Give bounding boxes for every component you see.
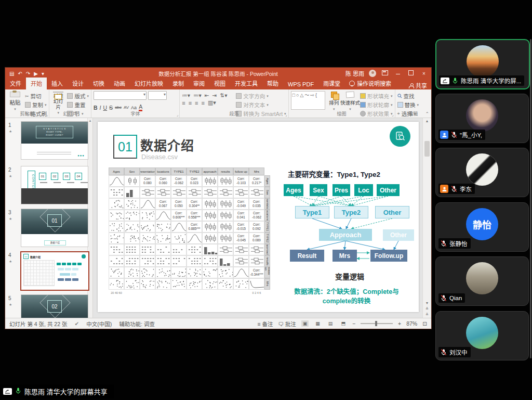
quick-access-toolbar[interactable]: ▤ ↶ ↷ ▶ ▾ <box>9 71 44 76</box>
ribbon-tab-雨课堂[interactable]: 雨课堂 <box>318 78 345 89</box>
outdent-icon[interactable]: ⇤ <box>205 92 209 98</box>
slide-thumbnail-1[interactable]: S T A T I S T I C SRIGHT TYPE,RIGHT CURE… <box>21 121 88 160</box>
slideshow-view-icon[interactable]: ⬒ <box>339 320 347 327</box>
slide-sorter-view-icon[interactable]: ▦ <box>314 320 322 327</box>
collapse-ribbon-icon[interactable]: ⌃ <box>425 111 429 117</box>
shapes-gallery[interactable]: □○△〜⇨{ <box>291 91 326 110</box>
font-style-button-U[interactable]: U <box>103 105 108 111</box>
font-style-button-S[interactable]: S <box>109 105 113 111</box>
font-style-button-AV[interactable]: AV <box>124 105 129 110</box>
save-icon[interactable]: ▤ <box>9 71 14 76</box>
participant-tile-2[interactable]: "馬_小Y, <box>435 94 529 143</box>
cut-button[interactable]: ✂剪切 <box>25 92 47 100</box>
font-style-button-I[interactable]: I <box>100 105 101 111</box>
scroll-down-icon[interactable]: ▼ <box>423 301 431 305</box>
ribbon-tab-视图[interactable]: 视图 <box>209 78 230 89</box>
slide-thumbnail-2[interactable]: CONTENTS01020304 <box>21 166 88 204</box>
dialog-launcher-icon[interactable]: ⌟ <box>285 113 287 117</box>
comments-button[interactable]: 🗨 批注 <box>278 320 296 328</box>
new-slide-button[interactable]: 新建幻灯片▾ <box>51 91 65 111</box>
shape-outline-button[interactable]: 形状轮廓▾ <box>360 101 393 109</box>
dialog-launcher-icon[interactable]: ⌟ <box>392 113 393 117</box>
ribbon-display-icon[interactable] <box>381 70 389 76</box>
ribbon-tab-审阅[interactable]: 审阅 <box>189 78 209 89</box>
redo-icon[interactable]: ↷ <box>26 71 30 76</box>
font-size-combobox[interactable] <box>148 91 167 100</box>
previous-slide-icon[interactable]: ≙ <box>423 307 431 311</box>
ribbon-tab-设计[interactable]: 设计 <box>68 78 88 89</box>
participant-tile-5[interactable]: Qian <box>435 256 529 306</box>
ribbon-tab-开始[interactable]: 开始 <box>26 78 47 89</box>
dialog-launcher-icon[interactable]: ⌟ <box>177 113 178 117</box>
slide-thumbnail-4[interactable]: 01数据介绍 <box>20 251 89 291</box>
normal-view-icon[interactable]: ▣ <box>301 320 309 327</box>
spellcheck-icon[interactable]: ✔ <box>74 320 79 327</box>
ribbon-tab-录制[interactable]: 录制 <box>168 78 189 89</box>
alignment-buttons[interactable]: ≡≡ ≡≡ ▥▾ <box>182 99 234 106</box>
columns-icon[interactable]: ▥▾ <box>208 99 216 106</box>
zoom-level[interactable]: 87% <box>406 320 417 327</box>
justify-icon[interactable]: ≡ <box>201 100 204 106</box>
restore-icon[interactable] <box>407 70 415 76</box>
text-direction-button[interactable]: 文字方向▾ <box>236 92 286 100</box>
participant-tile-4[interactable]: 静怡张静怡 <box>435 202 529 252</box>
participant-tile-3[interactable]: 李东 <box>435 148 529 197</box>
copy-button[interactable]: 复制▾ <box>25 101 47 109</box>
dialog-launcher-icon[interactable]: ⌟ <box>46 113 48 117</box>
indent-icon[interactable]: ⇥ <box>212 92 217 98</box>
ribbon-tab-动画[interactable]: 动画 <box>109 78 130 89</box>
align-text-button[interactable]: 对齐文本▾ <box>236 101 286 109</box>
quick-styles-button[interactable]: 快速样式▾ <box>342 91 358 111</box>
undo-icon[interactable]: ↶ <box>18 71 22 76</box>
zoom-slider[interactable] <box>361 323 393 324</box>
font-style-button-B[interactable]: B <box>94 105 98 111</box>
fit-to-window-icon[interactable]: ⊡ <box>422 320 427 327</box>
bullets-icon[interactable]: ≔▾ <box>182 92 190 98</box>
next-slide-icon[interactable]: ≚ <box>423 313 431 317</box>
layout-button[interactable]: 版式▾ <box>67 92 89 100</box>
replace-button[interactable]: 替换▾ <box>397 101 419 109</box>
reset-button[interactable]: 重置 <box>67 101 89 109</box>
minimize-icon[interactable] <box>394 71 402 76</box>
zoom-slider-thumb[interactable] <box>375 321 377 326</box>
close-icon[interactable]: × <box>420 71 428 76</box>
arrange-button[interactable]: 排列▾ <box>327 91 340 111</box>
qat-customize-icon[interactable]: ▾ <box>42 71 44 76</box>
account-avatar[interactable] <box>369 70 376 77</box>
ribbon-tab-幻灯片放映[interactable]: 幻灯片放映 <box>130 78 168 89</box>
font-style-button-Aa[interactable]: Aa <box>131 105 137 110</box>
numbering-icon[interactable]: ≕▾ <box>193 92 202 98</box>
align-left-icon[interactable]: ≡ <box>182 100 185 106</box>
language-indicator[interactable]: 中文(中国) <box>86 320 112 328</box>
zoom-out-icon[interactable]: − <box>352 320 355 327</box>
ribbon-tab-开发工具[interactable]: 开发工具 <box>230 78 262 89</box>
accessibility-status[interactable]: 辅助功能: 调查 <box>119 320 155 328</box>
line-spacing-icon[interactable]: ⇅▾ <box>220 92 227 98</box>
scrollbar-thumb[interactable] <box>424 141 430 157</box>
ribbon-tab-切换[interactable]: 切换 <box>88 78 109 89</box>
tell-me-search[interactable]: 操作说明搜索 <box>345 79 395 89</box>
align-right-icon[interactable]: ≡ <box>195 100 198 106</box>
ribbon-tab-文件[interactable]: 文件 <box>5 78 26 89</box>
paste-button[interactable]: 粘贴▾ <box>7 91 23 111</box>
find-button[interactable]: 查找 <box>397 92 419 100</box>
zoom-in-icon[interactable]: + <box>398 320 401 327</box>
slideshow-icon[interactable]: ▶ <box>34 71 38 76</box>
share-button[interactable]: 共享 <box>409 81 427 89</box>
slide-thumbnail-5[interactable]: 02分类方法 的模型分析 <box>21 294 88 318</box>
notes-button[interactable]: ≡ 备注 <box>257 320 273 328</box>
slide-scrollbar[interactable]: ▲ ▼ ≙ ≚ <box>422 118 431 318</box>
font-style-button-abc[interactable]: abc <box>115 105 122 110</box>
font-name-combobox[interactable] <box>94 91 147 100</box>
participant-tile-6[interactable]: 刘汉中 <box>435 311 529 360</box>
align-center-icon[interactable]: ≡ <box>189 100 192 106</box>
sidebar-scrollbar[interactable] <box>530 39 531 358</box>
ribbon-tab-WPS PDF[interactable]: WPS PDF <box>283 80 318 89</box>
reading-view-icon[interactable]: ▤ <box>327 320 335 327</box>
slide-thumbnail-3[interactable]: 01数据介绍 <box>21 209 88 247</box>
ribbon-tab-插入[interactable]: 插入 <box>47 78 68 89</box>
ribbon-tab-帮助[interactable]: 帮助 <box>262 78 283 89</box>
participant-tile-1[interactable]: 陈思雨 清华大学的屏... <box>435 39 530 89</box>
list-and-indent-buttons[interactable]: ≔▾≕▾ ⇤⇥ ⇅▾ <box>182 92 234 98</box>
shape-fill-button[interactable]: 形状填充▾ <box>360 92 393 100</box>
